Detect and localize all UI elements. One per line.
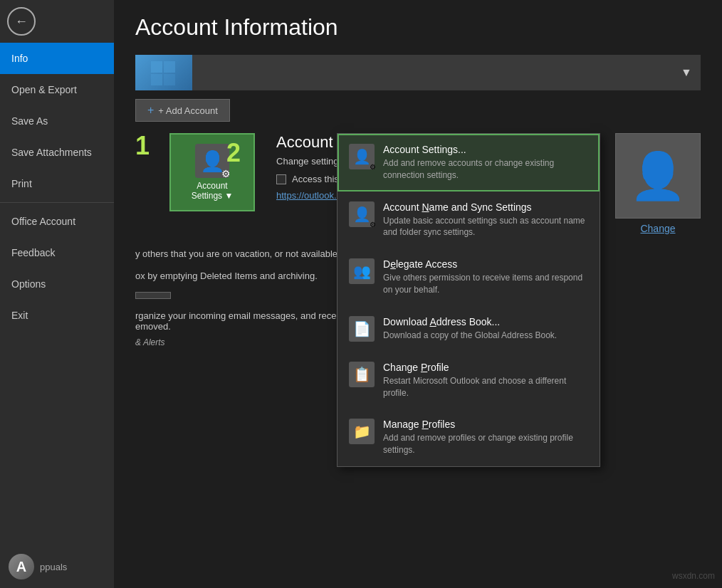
sidebar-item-open-export[interactable]: Open & Export <box>0 74 114 105</box>
main-content: Account Information ▼ + + Add Account 1 … <box>114 0 722 588</box>
empty-inbox-button[interactable] <box>135 292 171 299</box>
settings-section: 1 👤 ⚙ AccountSettings ▼ Account Settings… <box>135 133 701 234</box>
dropdown-item-change-profile[interactable]: 📋 Change Profile Restart Microsoft Outlo… <box>338 352 600 409</box>
dropdown-item-manage-profiles-title: Manage Profiles <box>383 419 588 430</box>
name-sync-icon: 👤 ⚙ <box>349 201 375 227</box>
sidebar-item-save-as[interactable]: Save As <box>0 105 114 137</box>
sidebar-label-save-attachments: Save Attachments <box>11 147 92 158</box>
account-settings-menu-icon: 👤 ⚙ <box>349 144 375 169</box>
step-1-label: 1 <box>135 133 150 159</box>
step-2-label: 2 <box>226 140 241 166</box>
add-account-label: + Add Account <box>158 105 217 116</box>
sidebar-divider <box>0 202 114 203</box>
acct-settings-btn-label: AccountSettings ▼ <box>192 181 234 201</box>
dropdown-item-delegate-desc: Give others permission to receive items … <box>383 272 588 296</box>
dropdown-item-name-sync-desc: Update basic account settings such as ac… <box>383 215 588 239</box>
sidebar-label-save-as: Save As <box>11 115 48 127</box>
app-logo: A ppuals <box>0 545 114 588</box>
dropdown-menu: 👤 ⚙ Account Settings... Add and remove a… <box>337 133 600 467</box>
sidebar-label-print: Print <box>11 178 32 189</box>
avatar-person-icon: 👤 <box>629 149 686 203</box>
dropdown-item-address-book[interactable]: 📄 Download Address Book... Download a co… <box>338 306 600 352</box>
sidebar-item-options[interactable]: Options <box>0 268 114 300</box>
add-icon: + <box>147 104 154 117</box>
change-avatar-link[interactable]: Change <box>640 223 675 234</box>
dropdown-item-account-settings-desc: Add and remove accounts or change existi… <box>383 157 588 182</box>
sidebar-item-office-account[interactable]: Office Account <box>0 206 114 237</box>
svg-rect-1 <box>164 61 175 73</box>
add-account-button[interactable]: + + Add Account <box>135 99 230 122</box>
page-title: Account Information <box>135 14 701 41</box>
dropdown-item-name-sync-title: Account Name and Sync Settings <box>383 201 588 213</box>
svg-rect-3 <box>164 74 175 85</box>
dropdown-item-change-profile-content: Change Profile Restart Microsoft Outlook… <box>383 362 588 399</box>
sidebar-label-exit: Exit <box>11 310 28 321</box>
svg-rect-2 <box>151 74 162 85</box>
dropdown-item-manage-profiles[interactable]: 📁 Manage Profiles Add and remove profile… <box>338 409 600 466</box>
access-web-checkbox[interactable] <box>276 174 286 184</box>
sidebar-item-save-attachments[interactable]: Save Attachments <box>0 137 114 168</box>
dropdown-item-address-book-title: Download Address Book... <box>383 316 588 327</box>
dropdown-item-manage-profiles-content: Manage Profiles Add and remove profiles … <box>383 419 588 456</box>
back-icon: ← <box>7 7 36 36</box>
sidebar-item-print[interactable]: Print <box>0 168 114 199</box>
sidebar-label-open-export: Open & Export <box>11 84 77 95</box>
dropdown-item-name-sync-content: Account Name and Sync Settings Update ba… <box>383 201 588 239</box>
dropdown-item-address-book-desc: Download a copy of the Global Address Bo… <box>383 330 588 342</box>
logo-icon: A <box>9 554 34 579</box>
dropdown-item-change-profile-title: Change Profile <box>383 362 588 373</box>
dropdown-item-account-settings-content: Account Settings... Add and remove accou… <box>383 144 588 182</box>
back-button[interactable]: ← <box>0 0 43 43</box>
dropdown-item-change-profile-desc: Restart Microsoft Outlook and choose a d… <box>383 375 588 399</box>
sidebar: ← Info Open & Export Save As Save Attach… <box>0 0 114 588</box>
dropdown-item-address-book-content: Download Address Book... Download a copy… <box>383 316 588 342</box>
delegate-icon: 👥 <box>349 258 375 284</box>
gear-icon: ⚙ <box>221 168 231 179</box>
dropdown-item-delegate-content: Delegate Access Give others permission t… <box>383 258 588 296</box>
dropdown-item-delegate[interactable]: 👥 Delegate Access Give others permission… <box>338 248 600 306</box>
avatar-section: 👤 Change <box>615 133 701 234</box>
account-bar-icon <box>135 55 192 90</box>
sidebar-item-exit[interactable]: Exit <box>0 300 114 331</box>
address-book-icon: 📄 <box>349 316 375 342</box>
dropdown-item-account-settings-title: Account Settings... <box>383 144 588 155</box>
dropdown-item-name-sync[interactable]: 👤 ⚙ Account Name and Sync Settings Updat… <box>338 191 600 249</box>
sidebar-item-feedback[interactable]: Feedback <box>0 237 114 268</box>
sidebar-label-feedback: Feedback <box>11 247 55 258</box>
account-bar-center <box>192 55 672 90</box>
dropdown-item-manage-profiles-desc: Add and remove profiles or change existi… <box>383 432 588 456</box>
logo-text: ppuals <box>40 562 67 572</box>
account-settings-icon: 👤 ⚙ <box>195 144 229 178</box>
sidebar-item-info[interactable]: Info <box>0 43 114 74</box>
sidebar-label-options: Options <box>11 278 46 290</box>
dropdown-arrow-icon[interactable]: ▼ <box>672 55 701 90</box>
avatar: 👤 <box>615 133 701 219</box>
sidebar-label-info: Info <box>11 53 28 64</box>
change-profile-icon: 📋 <box>349 362 375 387</box>
dropdown-item-account-settings[interactable]: 👤 ⚙ Account Settings... Add and remove a… <box>338 134 600 191</box>
svg-rect-0 <box>151 61 162 73</box>
watermark: wsxdn.com <box>672 571 715 581</box>
sidebar-label-office-account: Office Account <box>11 216 75 227</box>
account-dropdown-bar[interactable]: ▼ <box>135 55 701 90</box>
manage-profiles-icon: 📁 <box>349 419 375 444</box>
dropdown-item-delegate-title: Delegate Access <box>383 258 588 270</box>
